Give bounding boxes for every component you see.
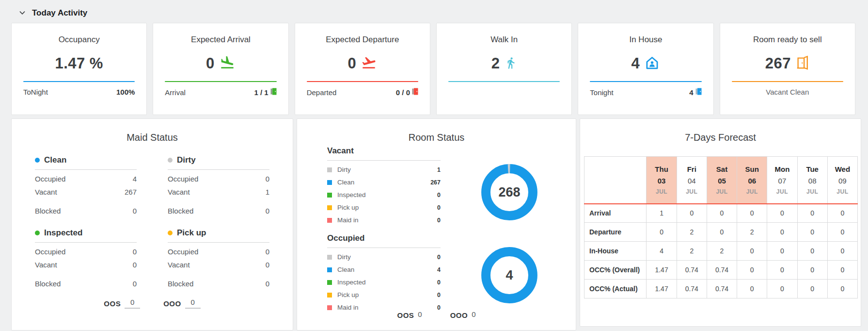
legend-item: Pick up0 [327,199,441,211]
pickup-dot-icon [168,231,173,235]
row-value: 267 [125,188,137,196]
cell: 0 [797,223,827,242]
row-value: 0 [133,261,137,269]
ooo-label: OOO [163,299,181,308]
cell: 0 [767,223,797,242]
ooo-value-link[interactable]: 0 [185,298,201,309]
footer-label: Vacant Clean [766,88,809,96]
row-label: Vacant [168,261,190,269]
maid-section-clean: Clean Occupied4 Vacant267 Blocked0 [35,155,137,215]
walking-person-icon [505,56,517,71]
maid-status-title: Maid Status [12,132,293,143]
accent-divider [165,81,276,82]
stat-card-in-house: In House 4 Tonight 4 [578,23,713,115]
row-value: 0 [133,248,137,256]
panel-maid-status: Maid Status Clean Occupied4 Vacant267 Bl… [11,118,293,331]
stat-cards-row: Occupancy 1.47 % ToNight 100% Expected A… [11,23,855,115]
open-door-icon [795,55,810,72]
dirty-dot-icon [168,158,173,163]
footer-label: Departed [307,88,337,97]
row-value: 0 [266,207,269,215]
oos-value-link[interactable]: 0 [125,298,140,309]
day-column-sun: Sun06JUL [737,157,767,204]
row-value: 0 [266,280,269,288]
blue-door-icon [695,88,702,97]
panel-room-status: Room Status Vacant Dirty1 Clean267 Inspe… [297,118,576,331]
stat-card-expected-arrival: Expected Arrival 0 Arrival 1 / 1 [153,23,288,115]
row-label: Occupied [168,175,198,183]
clean-square-icon [327,267,332,272]
row-label: OCC% (Actual) [584,280,647,298]
row-value: 0 [133,207,137,215]
red-door-icon [412,88,418,97]
cell: 0 [647,223,677,242]
clean-square-icon [327,180,332,185]
cell: 2 [737,223,767,242]
accent-divider [448,81,560,82]
chevron-down-icon[interactable] [19,11,25,15]
room-status-legend: Vacant Dirty1 Clean267 Inspected0 Pick u… [327,146,441,311]
card-title: Room ready to sell [732,35,843,45]
cell: 0 [737,280,767,298]
green-door-icon [270,88,277,97]
expected-arrival-value: 0 [206,55,215,72]
forecast-row-departure: Departure 0 2 0 2 0 0 0 [584,223,858,242]
cell: 2 [707,242,737,261]
accent-divider [590,81,701,82]
cell: 4 [647,242,677,261]
oos-label: OOS [104,299,121,308]
section-name: Dirty [177,155,196,165]
footer-label: ToNight [23,88,48,96]
house-guest-icon [644,55,660,73]
cell: 0.74 [707,280,737,298]
cell: 2 [677,223,707,242]
vacant-donut-chart: 268 [478,161,540,223]
cell: 0 [737,204,767,223]
pickup-square-icon [327,293,332,298]
cell: 0 [797,242,827,261]
cell: 0 [767,204,797,223]
cell: 0 [707,204,737,223]
occupied-donut-chart: 4 [478,244,540,306]
inspected-square-icon [327,280,332,285]
in-house-value: 4 [631,55,640,72]
row-value: 0 [266,261,269,269]
card-title: Occupancy [23,35,135,45]
oos-value-link[interactable]: 0 [418,310,422,320]
cell: 0 [827,204,857,223]
legend-item: Maid in0 [327,298,441,311]
stat-card-expected-departure: Expected Departure 0 Departed 0 / 0 [295,23,430,115]
maid-section-inspected: Inspected Occupied0 Vacant0 Blocked0 [35,228,137,288]
expected-departure-value: 0 [347,55,356,72]
forecast-row-in-house: In-House 4 2 2 0 0 0 0 [584,242,858,261]
plane-landing-icon [219,55,236,72]
footer-value: 4 [689,88,701,97]
cell: 0 [767,242,797,261]
maid-in-square-icon [327,305,332,310]
cell: 1 [647,204,677,223]
maid-section-pickup: Pick up Occupied0 Vacant0 Blocked0 [168,228,269,288]
ooo-value-link[interactable]: 0 [472,310,475,320]
empty-corner-cell [584,157,647,204]
footer-value: 100% [116,88,135,96]
cell: 0 [767,280,797,298]
cell: 0 [797,204,827,223]
row-label: Blocked [35,207,61,215]
row-label: OCC% (Overall) [584,261,647,280]
maid-in-square-icon [327,218,332,223]
stat-card-occupancy: Occupancy 1.47 % ToNight 100% [11,23,147,115]
occupied-donut-total: 4 [478,244,540,306]
legend-item: Clean4 [327,261,441,273]
cell: 1.47 [647,280,677,298]
today-activity-header: Today Activity [0,0,868,19]
row-label: Occupied [35,175,65,183]
section-name: Pick up [177,228,206,238]
row-value: 4 [133,175,137,183]
accent-divider [732,81,843,82]
clean-dot-icon [35,158,40,163]
forecast-row-occ-overall: OCC% (Overall) 1.47 0.74 0.74 0 0 0 0 [584,261,858,280]
footer-label: Tonight [590,88,613,97]
row-label: Vacant [35,188,57,196]
forecast-row-arrival: Arrival 1 0 0 0 0 0 0 [584,204,858,223]
dirty-square-icon [327,255,332,260]
